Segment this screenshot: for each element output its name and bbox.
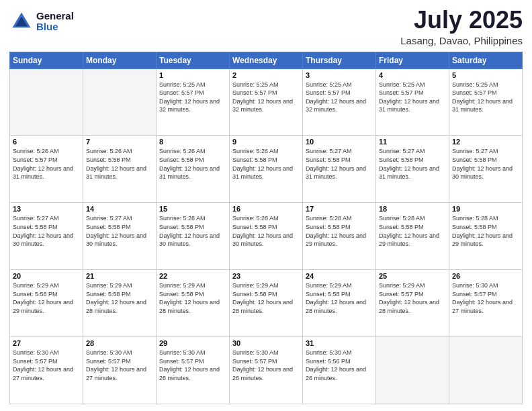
day-info: Sunrise: 5:27 AMSunset: 5:58 PMDaylight:… (379, 147, 446, 181)
day-number: 25 (379, 272, 446, 280)
day-info: Sunrise: 5:25 AMSunset: 5:57 PMDaylight:… (306, 81, 373, 114)
calendar-cell (83, 68, 157, 136)
day-number: 4 (379, 71, 446, 79)
calendar-cell: 12Sunrise: 5:27 AMSunset: 5:58 PMDayligh… (449, 136, 523, 203)
calendar-cell: 21Sunrise: 5:29 AMSunset: 5:58 PMDayligh… (83, 270, 157, 337)
day-info: Sunrise: 5:28 AMSunset: 5:58 PMDaylight:… (306, 214, 373, 248)
calendar-cell: 5Sunrise: 5:25 AMSunset: 5:57 PMDaylight… (449, 68, 523, 136)
day-number: 26 (452, 272, 519, 280)
day-number: 22 (159, 272, 226, 280)
calendar-cell: 9Sunrise: 5:26 AMSunset: 5:58 PMDaylight… (230, 136, 303, 203)
day-number: 28 (86, 339, 153, 347)
calendar-header-row: Sunday Monday Tuesday Wednesday Thursday… (10, 52, 523, 68)
calendar-table: Sunday Monday Tuesday Wednesday Thursday… (9, 52, 523, 404)
day-info: Sunrise: 5:30 AMSunset: 5:56 PMDaylight:… (306, 349, 373, 382)
calendar-cell: 19Sunrise: 5:28 AMSunset: 5:58 PMDayligh… (449, 203, 523, 270)
day-number: 23 (232, 272, 300, 280)
calendar-cell: 14Sunrise: 5:27 AMSunset: 5:58 PMDayligh… (83, 203, 157, 270)
day-number: 9 (232, 138, 300, 146)
day-number: 2 (232, 71, 300, 79)
day-info: Sunrise: 5:28 AMSunset: 5:58 PMDaylight:… (159, 214, 226, 248)
calendar-cell: 28Sunrise: 5:30 AMSunset: 5:57 PMDayligh… (83, 337, 157, 404)
day-number: 21 (86, 272, 153, 280)
calendar-cell: 15Sunrise: 5:28 AMSunset: 5:58 PMDayligh… (157, 203, 230, 270)
calendar-cell: 20Sunrise: 5:29 AMSunset: 5:58 PMDayligh… (10, 270, 83, 337)
day-number: 27 (13, 339, 80, 347)
day-info: Sunrise: 5:27 AMSunset: 5:58 PMDaylight:… (452, 147, 519, 181)
calendar-cell: 17Sunrise: 5:28 AMSunset: 5:58 PMDayligh… (303, 203, 376, 270)
day-info: Sunrise: 5:25 AMSunset: 5:57 PMDaylight:… (452, 81, 519, 114)
day-number: 30 (232, 339, 300, 347)
calendar-cell (10, 68, 83, 136)
calendar-cell: 27Sunrise: 5:30 AMSunset: 5:57 PMDayligh… (10, 337, 83, 404)
main-title: July 2025 (400, 7, 523, 34)
logo-general: General (36, 11, 74, 22)
calendar-cell: 13Sunrise: 5:27 AMSunset: 5:58 PMDayligh… (10, 203, 83, 270)
day-number: 14 (86, 205, 153, 213)
col-wednesday: Wednesday (230, 52, 303, 68)
logo: General Blue (9, 9, 74, 34)
day-info: Sunrise: 5:28 AMSunset: 5:58 PMDaylight:… (379, 214, 446, 248)
day-info: Sunrise: 5:30 AMSunset: 5:57 PMDaylight:… (86, 349, 153, 382)
day-number: 13 (13, 205, 80, 213)
day-info: Sunrise: 5:30 AMSunset: 5:57 PMDaylight:… (452, 281, 519, 315)
col-thursday: Thursday (303, 52, 376, 68)
calendar-cell: 10Sunrise: 5:27 AMSunset: 5:58 PMDayligh… (303, 136, 376, 203)
day-info: Sunrise: 5:26 AMSunset: 5:58 PMDaylight:… (86, 147, 153, 181)
calendar-cell: 1Sunrise: 5:25 AMSunset: 5:57 PMDaylight… (157, 68, 230, 136)
day-number: 8 (159, 138, 226, 146)
col-tuesday: Tuesday (157, 52, 230, 68)
day-number: 17 (306, 205, 373, 213)
day-info: Sunrise: 5:26 AMSunset: 5:58 PMDaylight:… (232, 147, 300, 181)
day-info: Sunrise: 5:25 AMSunset: 5:57 PMDaylight:… (379, 81, 446, 114)
day-info: Sunrise: 5:29 AMSunset: 5:58 PMDaylight:… (13, 281, 80, 315)
day-number: 16 (232, 205, 300, 213)
day-info: Sunrise: 5:28 AMSunset: 5:58 PMDaylight:… (452, 214, 519, 248)
day-info: Sunrise: 5:25 AMSunset: 5:57 PMDaylight:… (232, 81, 300, 114)
calendar-cell (376, 337, 449, 404)
calendar-cell: 23Sunrise: 5:29 AMSunset: 5:58 PMDayligh… (230, 270, 303, 337)
calendar-cell: 11Sunrise: 5:27 AMSunset: 5:58 PMDayligh… (376, 136, 449, 203)
calendar-cell: 30Sunrise: 5:30 AMSunset: 5:57 PMDayligh… (230, 337, 303, 404)
day-info: Sunrise: 5:27 AMSunset: 5:58 PMDaylight:… (86, 214, 153, 248)
day-info: Sunrise: 5:30 AMSunset: 5:57 PMDaylight:… (159, 349, 226, 382)
calendar-cell: 22Sunrise: 5:29 AMSunset: 5:58 PMDayligh… (157, 270, 230, 337)
week-row-2: 6Sunrise: 5:26 AMSunset: 5:57 PMDaylight… (10, 136, 523, 203)
calendar-cell: 25Sunrise: 5:29 AMSunset: 5:57 PMDayligh… (376, 270, 449, 337)
day-info: Sunrise: 5:30 AMSunset: 5:57 PMDaylight:… (232, 349, 300, 382)
day-info: Sunrise: 5:28 AMSunset: 5:58 PMDaylight:… (232, 214, 300, 248)
logo-text: General Blue (36, 11, 74, 33)
calendar-cell: 6Sunrise: 5:26 AMSunset: 5:57 PMDaylight… (10, 136, 83, 203)
col-friday: Friday (376, 52, 449, 68)
calendar-cell: 24Sunrise: 5:29 AMSunset: 5:58 PMDayligh… (303, 270, 376, 337)
logo-blue: Blue (36, 21, 74, 33)
calendar-cell: 8Sunrise: 5:26 AMSunset: 5:58 PMDaylight… (157, 136, 230, 203)
day-info: Sunrise: 5:27 AMSunset: 5:58 PMDaylight:… (13, 214, 80, 248)
subtitle: Lasang, Davao, Philippines (400, 35, 523, 46)
day-info: Sunrise: 5:26 AMSunset: 5:57 PMDaylight:… (13, 147, 80, 181)
day-number: 12 (452, 138, 519, 146)
day-info: Sunrise: 5:30 AMSunset: 5:57 PMDaylight:… (13, 349, 80, 382)
week-row-1: 1Sunrise: 5:25 AMSunset: 5:57 PMDaylight… (10, 68, 523, 136)
calendar-cell: 18Sunrise: 5:28 AMSunset: 5:58 PMDayligh… (376, 203, 449, 270)
calendar-cell: 26Sunrise: 5:30 AMSunset: 5:57 PMDayligh… (449, 270, 523, 337)
page: General Blue July 2025 Lasang, Davao, Ph… (0, 0, 532, 411)
day-number: 24 (306, 272, 373, 280)
day-number: 18 (379, 205, 446, 213)
calendar-cell: 2Sunrise: 5:25 AMSunset: 5:57 PMDaylight… (230, 68, 303, 136)
day-number: 3 (306, 71, 373, 79)
day-number: 20 (13, 272, 80, 280)
day-info: Sunrise: 5:29 AMSunset: 5:58 PMDaylight:… (159, 281, 226, 315)
day-info: Sunrise: 5:27 AMSunset: 5:58 PMDaylight:… (306, 147, 373, 181)
week-row-5: 27Sunrise: 5:30 AMSunset: 5:57 PMDayligh… (10, 337, 523, 404)
calendar-cell (449, 337, 523, 404)
day-number: 5 (452, 71, 519, 79)
day-number: 11 (379, 138, 446, 146)
day-info: Sunrise: 5:29 AMSunset: 5:57 PMDaylight:… (379, 281, 446, 315)
calendar-cell: 4Sunrise: 5:25 AMSunset: 5:57 PMDaylight… (376, 68, 449, 136)
day-number: 19 (452, 205, 519, 213)
week-row-3: 13Sunrise: 5:27 AMSunset: 5:58 PMDayligh… (10, 203, 523, 270)
calendar-cell: 31Sunrise: 5:30 AMSunset: 5:56 PMDayligh… (303, 337, 376, 404)
day-info: Sunrise: 5:25 AMSunset: 5:57 PMDaylight:… (159, 81, 226, 114)
day-info: Sunrise: 5:29 AMSunset: 5:58 PMDaylight:… (232, 281, 300, 315)
